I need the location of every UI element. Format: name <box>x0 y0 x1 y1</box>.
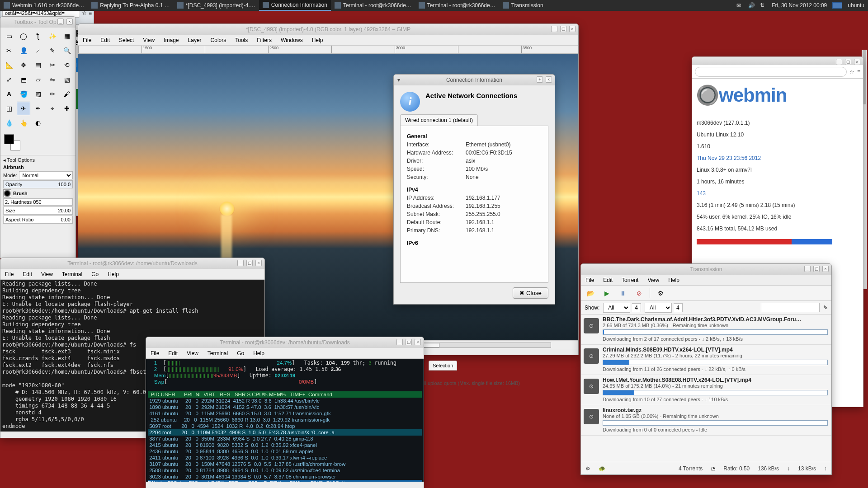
selection-tab[interactable]: Selection <box>429 361 457 371</box>
color-swatch[interactable] <box>4 134 22 152</box>
terminal-menu-item[interactable]: Go <box>232 348 249 358</box>
terminal-menu-item[interactable]: Edit <box>18 269 37 279</box>
minimize-button[interactable]: _ <box>804 266 811 272</box>
remove-button[interactable]: ⊘ <box>633 287 645 299</box>
gimp-menu-item[interactable]: Layer <box>184 35 206 45</box>
dodge-tool[interactable]: ◐ <box>31 116 45 130</box>
turtle-icon[interactable]: 🐢 <box>599 465 605 472</box>
close-button[interactable]: × <box>569 26 576 32</box>
connection-tab[interactable]: Wired connection 1 (default) <box>400 114 478 126</box>
star-icon[interactable]: ☆ <box>849 69 854 75</box>
terminal-menu-item[interactable]: File <box>146 348 164 358</box>
gimp-menu-item[interactable]: Select <box>114 35 138 45</box>
webmin-addressbar[interactable] <box>695 67 847 77</box>
ellipse-select-tool[interactable]: ◯ <box>17 29 30 43</box>
scissors-tool[interactable]: ✂ <box>2 44 16 57</box>
airbrush-tool[interactable]: ✈ <box>17 102 30 115</box>
gimp-menu-item[interactable]: Windows <box>276 35 307 45</box>
transmission-search-input[interactable] <box>761 303 820 312</box>
terminal-menu-item[interactable]: Go <box>87 269 103 279</box>
term1-titlebar[interactable]: Terminal - root@rk3066dev: /home/ubuntu/… <box>0 258 264 269</box>
filter-tracker-select[interactable]: All <box>645 303 672 313</box>
smudge-tool[interactable]: 👆 <box>17 116 30 130</box>
gimp-menu-item[interactable]: Help <box>307 35 328 45</box>
transmission-menu-item[interactable]: Edit <box>599 275 617 285</box>
options-icon[interactable]: ⚙ <box>585 465 590 472</box>
webmin-link[interactable]: 143 <box>697 190 706 197</box>
color-picker-tool[interactable]: ✎ <box>46 44 59 57</box>
torrent-row[interactable]: ⊙BBC.The.Dark.Charisma.of.Adolf.Hitler.3… <box>581 314 831 345</box>
expand-button[interactable]: + <box>537 76 543 83</box>
conninfo-titlebar[interactable]: ▾ Connection Information +× <box>394 75 555 85</box>
properties-button[interactable]: ⚙ <box>655 287 666 299</box>
terminal-menu-item[interactable]: File <box>0 269 18 279</box>
maximize-button[interactable]: ▢ <box>560 26 566 32</box>
zoom-tool[interactable]: 🔍 <box>60 44 74 57</box>
opacity-value[interactable]: 100.0 <box>58 182 71 187</box>
minimize-button[interactable]: _ <box>57 19 64 25</box>
blur-tool[interactable]: 💧 <box>2 116 16 130</box>
transmission-menu-item[interactable]: File <box>581 275 599 285</box>
foreground-tool[interactable]: 👤 <box>17 44 30 57</box>
eraser-tool[interactable]: ◫ <box>2 102 16 115</box>
gimp-menu-item[interactable]: View <box>138 35 159 45</box>
brush-preview-icon[interactable] <box>3 189 11 197</box>
gimp-menu-item[interactable]: Tools <box>231 35 252 45</box>
align-tool[interactable]: ▤ <box>31 58 45 72</box>
measure-tool[interactable]: 📐 <box>2 58 16 72</box>
webmin-titlebar[interactable]: _▢× <box>692 57 863 65</box>
maximize-button[interactable]: ▢ <box>246 260 253 266</box>
torrent-row[interactable]: ⊙How.I.Met.Your.Mother.S08E08.HDTV.x264-… <box>581 375 831 405</box>
chromium-menu-icon[interactable]: ≡ <box>89 10 92 16</box>
network-icon[interactable]: ⇅ <box>760 2 766 9</box>
pause-button[interactable]: ⏸ <box>617 287 629 299</box>
maximize-button[interactable]: ▢ <box>406 339 412 345</box>
minimize-button[interactable]: _ <box>396 339 403 345</box>
color-select-tool[interactable]: ▦ <box>60 29 74 43</box>
clock[interactable]: Fri, 30 Nov 2012 00:09 <box>772 2 827 9</box>
text-tool[interactable]: A <box>2 87 16 101</box>
stats-icon[interactable]: ◔ <box>711 465 715 472</box>
shear-tool[interactable]: ⬒ <box>17 73 30 86</box>
gimp-menu-item[interactable]: Image <box>159 35 183 45</box>
mode-select[interactable]: Normal <box>19 171 73 179</box>
terminal-menu-item[interactable]: Edit <box>164 348 182 358</box>
ink-tool[interactable]: ✒ <box>31 102 45 115</box>
terminal-menu-item[interactable]: View <box>37 269 57 279</box>
maximize-button[interactable]: ▢ <box>845 59 851 65</box>
gimp-menu-item[interactable]: Colors <box>206 35 231 45</box>
maximize-button[interactable]: ▢ <box>813 266 820 272</box>
terminal-menu-item[interactable]: View <box>182 348 203 358</box>
bucket-tool[interactable]: 🪣 <box>17 87 30 101</box>
free-select-tool[interactable]: ƪ <box>31 29 45 43</box>
mail-icon[interactable]: ✉ <box>736 2 743 9</box>
close-button[interactable]: × <box>854 59 860 65</box>
torrent-row[interactable]: ⊙linuxroot.tar.gzNone of 1.05 GB (0.00%)… <box>581 405 831 436</box>
transmission-titlebar[interactable]: Transmission _▢× <box>581 264 831 275</box>
close-button[interactable]: × <box>66 19 73 25</box>
minimize-button[interactable]: _ <box>836 59 842 65</box>
workspace-switcher-icon[interactable] <box>832 2 842 9</box>
move-tool[interactable]: ✥ <box>17 58 30 72</box>
terminal-menu-item[interactable]: Terminal <box>203 348 232 358</box>
fuzzy-select-tool[interactable]: ✨ <box>46 29 59 43</box>
taskbar-task[interactable]: Replying To Pre-Alpha 0.1 … <box>88 0 174 11</box>
gimp-titlebar[interactable]: *[DSC_4993] (imported)-4.0 (RGB color, 1… <box>78 24 578 35</box>
transmission-menu-item[interactable]: View <box>643 275 664 285</box>
volume-icon[interactable]: 🔊 <box>748 2 755 9</box>
search-icon[interactable]: ✎ <box>823 305 828 311</box>
gimp-menu-item[interactable]: Edit <box>96 35 114 45</box>
taskbar-task[interactable]: Terminal - root@rk3066de… <box>415 0 499 11</box>
webmin-menu-icon[interactable]: ≡ <box>857 69 860 75</box>
toolbox-titlebar[interactable]: Toolbox - Tool Op… _× <box>0 17 75 28</box>
rotate-tool[interactable]: ⟲ <box>60 58 74 72</box>
gimp-menu-item[interactable]: Filters <box>252 35 276 45</box>
paintbrush-tool[interactable]: 🖌 <box>60 87 74 101</box>
dropdown-icon[interactable]: ▾ <box>397 77 400 83</box>
terminal-menu-item[interactable]: Terminal <box>57 269 87 279</box>
taskbar-task[interactable]: Webmin 1.610 on rk3066de… <box>0 0 88 11</box>
star-icon[interactable]: ☆ <box>82 10 87 16</box>
close-button[interactable]: × <box>255 260 262 266</box>
torrent-row[interactable]: ⊙Criminal.Minds.S08E09.HDTV.x264-LOL.[VT… <box>581 345 831 375</box>
minimize-button[interactable]: _ <box>551 26 557 32</box>
